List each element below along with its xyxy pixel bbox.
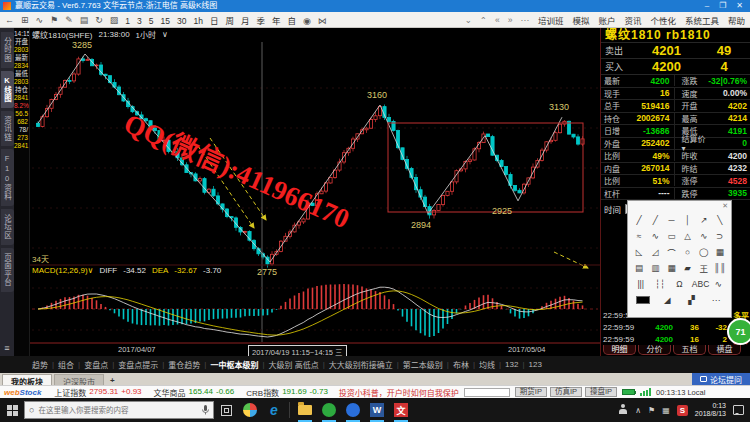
draw-tool-icon[interactable]: ╱	[632, 215, 646, 225]
draw-tool-icon[interactable]: ⊃	[713, 231, 727, 241]
add-tab-button[interactable]: +	[104, 376, 121, 385]
menu-个性化[interactable]: 个性化	[650, 16, 676, 26]
indicator-item-第二本级别[interactable]: 第二本级别	[403, 359, 443, 370]
ticker-button-仿真IP[interactable]: 仿真IP	[550, 387, 582, 397]
indicator-item-大级别 高低点[interactable]: 大级别 高低点	[268, 359, 318, 370]
macd-label[interactable]: MACD(12,26,9)∨	[32, 266, 93, 275]
draw-tool-icon[interactable]: ▞	[685, 295, 699, 305]
draw-tool-icon[interactable]: ┆┆	[653, 279, 667, 289]
draw-tool-icon[interactable]: ◢	[660, 295, 674, 305]
notification-badge[interactable]: 71	[727, 318, 750, 345]
app-file-explorer[interactable]	[293, 398, 317, 422]
draw-tool-icon[interactable]: ─	[664, 215, 678, 225]
sidebar-tab-论坛区[interactable]: 论坛区	[1, 209, 14, 245]
draw-tool-icon[interactable]: ▭	[664, 231, 678, 241]
index-quote-CRB指数[interactable]: CRB指数191.69-0.73	[246, 387, 328, 398]
draw-tool-icon[interactable]: ◺	[632, 247, 646, 257]
sidebar-tab-F10资料[interactable]: F10资料	[1, 149, 14, 206]
period-button-5[interactable]: 5	[149, 16, 154, 26]
forum-question-button[interactable]: 论坛提问	[692, 373, 750, 385]
app-word[interactable]: W	[365, 398, 389, 422]
draw-tool-icon[interactable]: ◯	[697, 247, 711, 257]
period-button-1[interactable]: 1	[125, 16, 130, 26]
compress-icon[interactable]: ⋈	[318, 16, 327, 26]
palette-close-icon[interactable]: ✕	[722, 202, 728, 209]
ticker-button-操盘IP[interactable]: 操盘IP	[585, 387, 617, 397]
indicator-item-变盘点提示[interactable]: 变盘点提示	[118, 359, 158, 370]
news-ticker-text[interactable]: 投资小科普，开户时如何自我保护	[339, 387, 459, 398]
workspace-tab-沪深股市[interactable]: 沪深股市	[54, 374, 104, 385]
app-browser[interactable]	[341, 398, 365, 422]
draw-tool-icon[interactable]: ▦	[713, 247, 727, 257]
ticker-button-期货IP[interactable]: 期货IP	[515, 387, 547, 397]
tick-tab-分价[interactable]: 分价	[638, 345, 671, 355]
draw-tool-icon[interactable]: ║║	[713, 263, 727, 273]
sidebar-tab-分时图[interactable]: 分时图	[1, 32, 14, 68]
tick-tab-横盘[interactable]: 横盘	[708, 345, 741, 355]
indicator-item-均线[interactable]: 均线	[479, 359, 495, 370]
tick-tab-明细[interactable]: 明细	[603, 345, 636, 355]
people-icon[interactable]	[618, 404, 628, 416]
tray-expand-icon[interactable]: ∧	[635, 406, 641, 415]
chevron-down-icon[interactable]: ∨	[162, 30, 168, 39]
indicator-item-趋势[interactable]: 趋势	[32, 359, 48, 370]
app-green-circle[interactable]	[317, 398, 341, 422]
workspace-tab-我的板块[interactable]: 我的板块	[2, 374, 52, 385]
tray-input-method-icon[interactable]: S	[677, 405, 688, 416]
taskbar-clock[interactable]: 0:13 2018/8/13	[695, 402, 726, 418]
chevron-up-icon[interactable]: ⌃	[480, 15, 487, 25]
chart-icon[interactable]: ▨	[110, 15, 119, 25]
chart-canvas[interactable]: 32852775316028942925313034天QQ(微信):411966…	[30, 28, 600, 356]
trend-icon[interactable]: ∿	[36, 15, 44, 25]
draw-tool-icon[interactable]: Ω	[672, 279, 686, 289]
period-button-年[interactable]: 年	[272, 16, 281, 26]
menu-模拟[interactable]: 模拟	[572, 16, 589, 26]
draw-tool-icon[interactable]: │	[681, 215, 695, 225]
period-button-15[interactable]: 15	[161, 16, 170, 26]
indicator-item-重仓趋势[interactable]: 重仓趋势	[168, 359, 200, 370]
quick-search-input[interactable]	[464, 388, 510, 397]
draw-tool-icon[interactable]: ABC	[692, 279, 706, 289]
indicator-item-132[interactable]: 132	[505, 360, 518, 369]
draw-tool-icon[interactable]: 王	[697, 262, 711, 274]
close-button[interactable]: ✕	[736, 0, 743, 12]
draw-tool-icon[interactable]: ≈	[632, 231, 646, 241]
draw-tool-icon[interactable]: ∿	[711, 279, 725, 289]
zoom-out-icon[interactable]: ◉	[303, 16, 311, 26]
period-button-季[interactable]: 季	[256, 16, 265, 26]
grid-icon[interactable]: ⊞	[21, 15, 29, 25]
period-button-周[interactable]: 周	[225, 16, 234, 26]
task-view-button[interactable]	[214, 398, 238, 422]
arrow-left-icon[interactable]: «	[495, 15, 500, 25]
app-pinwheel[interactable]	[238, 398, 262, 422]
tray-flag-icon[interactable]: ⚑	[648, 406, 655, 415]
save-icon[interactable]: ▤	[80, 15, 89, 25]
draw-tool-icon[interactable]: |||	[634, 279, 648, 289]
draw-tool-icon[interactable]: ▤	[632, 263, 646, 273]
back-icon[interactable]: ←	[5, 15, 14, 25]
draw-tool-icon[interactable]: ╲	[713, 215, 727, 225]
menu-帮助[interactable]: 帮助	[728, 16, 745, 26]
app-edge[interactable]: e	[262, 398, 286, 422]
indicator-item-123[interactable]: 123	[529, 360, 542, 369]
draw-tool-icon[interactable]: ∿	[697, 231, 711, 241]
kline-chart[interactable]: 螺纹1810(SHFE) 21:38:00 1小时 ∨ 328527753160…	[30, 28, 600, 356]
indicator-item-布林[interactable]: 布林	[453, 359, 469, 370]
draw-tool-icon[interactable]: △	[681, 231, 695, 241]
tick-tab-五档[interactable]: 五档	[673, 345, 706, 355]
menu-账户[interactable]: 账户	[598, 16, 615, 26]
indicator-item-组合[interactable]: 组合	[58, 359, 74, 370]
draw-icon[interactable]: ✎	[65, 15, 73, 25]
menu-资讯[interactable]: 资讯	[624, 16, 641, 26]
draw-tool-icon[interactable]: ▥	[648, 263, 662, 273]
indicator-item-大大级别衔接确立[interactable]: 大大级别衔接确立	[329, 359, 393, 370]
more-icon[interactable]: ⋯	[520, 15, 529, 25]
bid-row[interactable]: 买入 4200 4	[601, 59, 750, 75]
index-quote-上证指数[interactable]: 上证指数2795.31+0.93	[54, 387, 141, 398]
draw-tool-icon[interactable]: ⋯	[709, 295, 723, 305]
action-center-icon[interactable]	[733, 405, 744, 415]
tray-network-icon[interactable]: ▦	[662, 406, 670, 415]
indicator-item-变盘点[interactable]: 变盘点	[84, 359, 108, 370]
period-button-日[interactable]: 日	[210, 16, 219, 26]
period-button-月[interactable]: 月	[241, 16, 250, 26]
